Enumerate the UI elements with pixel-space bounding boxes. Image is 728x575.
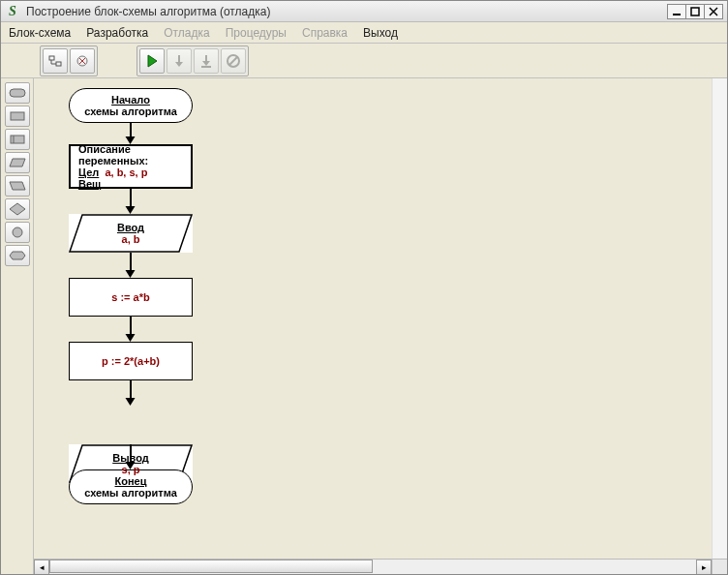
scheme-layout-button[interactable] [43, 48, 68, 74]
shape-palette [1, 78, 34, 574]
svg-rect-1 [691, 8, 699, 15]
node-output-label: Вывод [112, 452, 149, 464]
svg-rect-4 [49, 56, 54, 60]
svg-marker-19 [10, 159, 25, 166]
svg-marker-20 [10, 182, 25, 190]
menubar: Блок-схема Разработка Отладка Процедуры … [1, 22, 727, 44]
process2-icon [9, 134, 26, 145]
menu-exit[interactable]: Выход [363, 26, 398, 40]
svg-rect-15 [10, 89, 25, 97]
node-declare[interactable]: Описание переменных: Цел a, b, s, p Вещ [69, 144, 193, 189]
scheme-check-icon [75, 53, 90, 69]
scroll-left-button[interactable]: ◂ [34, 560, 49, 574]
loop-icon [9, 250, 26, 261]
svg-marker-9 [175, 62, 183, 67]
palette-process[interactable] [5, 106, 30, 127]
connector-icon [10, 226, 25, 239]
toolbar-group-edit [40, 45, 98, 76]
vertical-scrollbar[interactable] [712, 78, 727, 559]
node-process-2[interactable]: p := 2*(a+b) [69, 342, 193, 380]
close-button[interactable] [704, 4, 723, 19]
palette-connector[interactable] [5, 222, 30, 243]
minimize-button[interactable] [667, 4, 686, 19]
titlebar: S Построение блок-схемы алгоритма (отлад… [1, 1, 727, 22]
app-icon: S [5, 4, 20, 19]
run-button[interactable] [139, 48, 165, 74]
palette-io[interactable] [5, 152, 30, 173]
svg-rect-16 [11, 112, 24, 120]
toolbar [1, 44, 727, 78]
svg-marker-11 [202, 61, 210, 66]
palette-decision[interactable] [5, 198, 30, 220]
terminator-icon [9, 87, 26, 99]
declare-int-vars: a, b, s, p [105, 166, 147, 178]
io2-icon [9, 180, 26, 192]
node-start[interactable]: Начало схемы алгоритма [69, 88, 193, 123]
declare-real-label: Вещ [78, 178, 101, 190]
step-down-button[interactable] [167, 48, 192, 74]
run-icon [144, 53, 160, 69]
content-area: Начало схемы алгоритма Описание переменн… [1, 78, 727, 574]
scroll-corner [712, 559, 727, 574]
svg-line-14 [229, 57, 237, 65]
horizontal-scrollbar[interactable]: ◂ ▸ [34, 559, 712, 574]
declare-int-label: Цел [78, 166, 99, 178]
scroll-right-button[interactable]: ▸ [696, 560, 712, 574]
svg-rect-5 [56, 62, 61, 66]
node-input-vars: a, b [122, 233, 140, 245]
window-title: Построение блок-схемы алгоритма (отладка… [26, 5, 661, 18]
maximize-button[interactable] [685, 4, 705, 19]
node-start-label1: Начало [111, 94, 150, 106]
node-process-1[interactable]: s := a*b [69, 278, 193, 317]
decision-icon [9, 202, 26, 216]
palette-io-alt[interactable] [5, 175, 30, 197]
scheme-layout-icon [47, 53, 63, 69]
node-process-1-expr: s := a*b [111, 291, 149, 303]
node-output[interactable]: Вывод s, p [69, 444, 193, 483]
svg-marker-23 [10, 252, 25, 259]
step-into-button[interactable] [194, 48, 219, 74]
stop-icon [226, 53, 241, 69]
node-output-vars: s, p [122, 464, 140, 475]
menu-procedures: Процедуры [226, 26, 287, 40]
svg-marker-21 [10, 203, 25, 215]
svg-point-22 [13, 227, 22, 237]
menu-help: Справка [302, 26, 348, 40]
hscroll-track[interactable] [49, 560, 696, 574]
canvas[interactable]: Начало схемы алгоритма Описание переменн… [34, 78, 727, 574]
menu-debug: Отладка [164, 26, 209, 40]
node-end-label2: схемы алгоритма [84, 487, 177, 499]
menu-development[interactable]: Разработка [86, 26, 148, 40]
stop-button[interactable] [221, 48, 246, 74]
app-window: S Построение блок-схемы алгоритма (отлад… [0, 0, 728, 575]
menu-block-scheme[interactable]: Блок-схема [9, 26, 71, 40]
process-icon [9, 110, 26, 122]
palette-terminator[interactable] [5, 82, 30, 104]
io-icon [9, 157, 26, 168]
step-into-icon [198, 53, 214, 69]
hscroll-thumb[interactable] [49, 560, 373, 573]
toolbar-group-run [136, 45, 249, 76]
svg-rect-17 [11, 136, 24, 143]
step-down-icon [171, 53, 187, 69]
node-process-2-expr: p := 2*(a+b) [102, 355, 160, 367]
svg-marker-7 [148, 55, 157, 67]
palette-process-alt[interactable] [5, 129, 30, 150]
window-controls [667, 4, 723, 19]
node-input-label: Ввод [117, 222, 144, 233]
palette-loop[interactable] [5, 245, 30, 266]
node-input[interactable]: Ввод a, b [69, 214, 193, 253]
scheme-check-button[interactable] [70, 48, 95, 74]
node-start-label2: схемы алгоритма [84, 106, 177, 117]
